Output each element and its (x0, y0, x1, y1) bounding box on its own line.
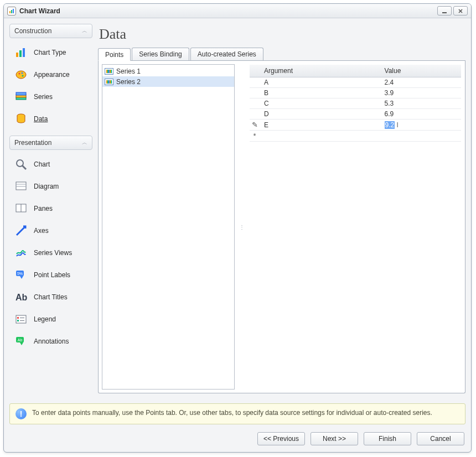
sidebar-item-series[interactable]: Series (9, 86, 92, 108)
sidebar-item-label: Axes (34, 227, 49, 235)
tab-label: Points (105, 51, 123, 59)
argument-cell[interactable] (260, 131, 380, 142)
sidebar-item-label: Panes (34, 205, 53, 212)
info-bar: ! To enter data points manually, use the… (9, 403, 465, 424)
row-indicator: ✎ (250, 120, 260, 131)
svg-text:Ab: Ab (15, 293, 28, 302)
column-header[interactable]: Value (380, 65, 461, 77)
argument-cell[interactable]: A (260, 77, 380, 88)
sidebar-item-appearance[interactable]: Appearance (9, 64, 92, 86)
sidebar-group-label: Presentation (14, 139, 51, 147)
sidebar-item-point-labels[interactable]: 5%Point Labels (9, 264, 92, 286)
svg-point-10 (19, 73, 20, 75)
sidebar-item-series-views[interactable]: Series Views (9, 242, 92, 264)
sidebar: Construction︿Chart TypeAppearanceSeriesD… (9, 24, 92, 393)
sidebar-item-annotations[interactable]: AbAnnotations (9, 330, 92, 352)
main-content: Data PointsSeries BindingAuto-created Se… (98, 24, 465, 393)
value-cell[interactable]: 3.9 (380, 88, 461, 98)
grid-row[interactable]: A2.4 (250, 77, 461, 88)
grid-row[interactable]: B3.9 (250, 88, 461, 98)
data-grid-wrap: ArgumentValue A2.4B3.9C5.3D6.9✎E9.2 I* (249, 64, 462, 390)
value-cell[interactable]: 5.3 (380, 98, 461, 109)
argument-cell[interactable]: B (260, 88, 380, 98)
minimize-button[interactable] (437, 6, 452, 15)
svg-rect-19 (16, 182, 26, 190)
grid-row[interactable]: C5.3 (250, 98, 461, 109)
appearance-icon (14, 67, 28, 82)
info-text: To enter data points manually, use the P… (32, 408, 432, 417)
titlebar: Chart Wizard (4, 4, 471, 18)
text-cursor-icon: I (395, 121, 399, 129)
data-grid[interactable]: ArgumentValue A2.4B3.9C5.3D6.9✎E9.2 I* (249, 64, 462, 142)
svg-line-18 (22, 165, 26, 169)
sidebar-item-label: Annotations (34, 337, 69, 345)
value-cell[interactable] (380, 131, 461, 142)
tab-strip: PointsSeries BindingAuto-created Series (98, 48, 465, 61)
argument-cell[interactable]: D (260, 109, 380, 120)
grid-row[interactable]: D6.9 (250, 109, 461, 120)
app-icon (7, 7, 16, 15)
chart-titles-icon: Ab (14, 290, 28, 304)
argument-cell[interactable]: E (260, 120, 380, 131)
sidebar-item-label: Series Views (34, 249, 72, 257)
cancel-button[interactable]: Cancel (417, 432, 464, 445)
sidebar-item-panes[interactable]: Panes (9, 198, 92, 220)
bar-chart-icon (105, 68, 113, 75)
series-icon (14, 90, 28, 104)
sidebar-item-label: Series (34, 93, 53, 101)
data-icon (14, 112, 28, 126)
sidebar-group-header[interactable]: Presentation︿ (9, 136, 92, 150)
svg-rect-28 (17, 317, 19, 319)
series-list[interactable]: Series 1Series 2 (102, 64, 235, 390)
tab-auto-created-series[interactable]: Auto-created Series (190, 48, 263, 60)
argument-cell[interactable]: C (260, 98, 380, 109)
sidebar-item-label: Chart Type (34, 49, 66, 56)
svg-text:Ab: Ab (18, 338, 23, 342)
series-list-item[interactable]: Series 2 (102, 76, 234, 87)
value-cell[interactable]: 9.2 I (380, 120, 461, 131)
chart-icon (14, 157, 28, 172)
finish-button[interactable]: Finish (364, 432, 411, 445)
value-cell[interactable]: 2.4 (380, 77, 461, 88)
svg-rect-1 (11, 10, 12, 13)
tab-series-binding[interactable]: Series Binding (132, 48, 189, 60)
splitter-handle[interactable]: ⋮ (240, 64, 244, 390)
svg-point-9 (16, 71, 26, 79)
sidebar-item-chart-titles[interactable]: AbChart Titles (9, 286, 92, 308)
series-views-icon (14, 246, 28, 260)
bar-chart-icon (105, 79, 113, 85)
sidebar-item-label: Point Labels (34, 271, 70, 279)
page-title: Data (98, 24, 465, 48)
sidebar-item-data[interactable]: Data (9, 108, 92, 130)
row-indicator-header (250, 65, 260, 77)
svg-rect-29 (17, 320, 19, 321)
series-list-label: Series 1 (116, 67, 141, 75)
close-button[interactable] (453, 6, 468, 15)
chart-wizard-window: Chart Wizard Construction︿Chart TypeAppe… (3, 3, 472, 453)
svg-text:5%: 5% (17, 272, 23, 276)
sidebar-item-chart[interactable]: Chart (9, 153, 92, 175)
series-list-item[interactable]: Series 1 (102, 66, 234, 76)
column-header[interactable]: Argument (260, 65, 380, 77)
grid-row[interactable]: ✎E9.2 I (250, 120, 461, 131)
sidebar-item-label: Legend (34, 315, 56, 323)
sidebar-item-label: Appearance (34, 71, 70, 79)
sidebar-item-label: Chart (34, 160, 50, 168)
svg-rect-6 (16, 53, 18, 57)
sidebar-item-label: Chart Titles (34, 293, 68, 301)
series-list-label: Series 2 (116, 78, 141, 86)
sidebar-item-label: Data (34, 115, 48, 123)
next-button[interactable]: Next >> (311, 432, 358, 445)
tab-points[interactable]: Points (98, 48, 131, 61)
grid-row[interactable]: * (250, 131, 461, 142)
row-indicator (250, 77, 260, 88)
chart-type-icon (14, 45, 28, 60)
sidebar-item-axes[interactable]: Axes (9, 220, 92, 242)
previous-button[interactable]: << Previous (257, 432, 305, 445)
sidebar-item-legend[interactable]: Legend (9, 308, 92, 330)
value-cell[interactable]: 6.9 (380, 109, 461, 120)
sidebar-item-diagram[interactable]: Diagram (9, 175, 92, 198)
sidebar-item-chart-type[interactable]: Chart Type (9, 41, 92, 64)
panes-icon (14, 201, 28, 216)
sidebar-group-header[interactable]: Construction︿ (9, 24, 92, 38)
